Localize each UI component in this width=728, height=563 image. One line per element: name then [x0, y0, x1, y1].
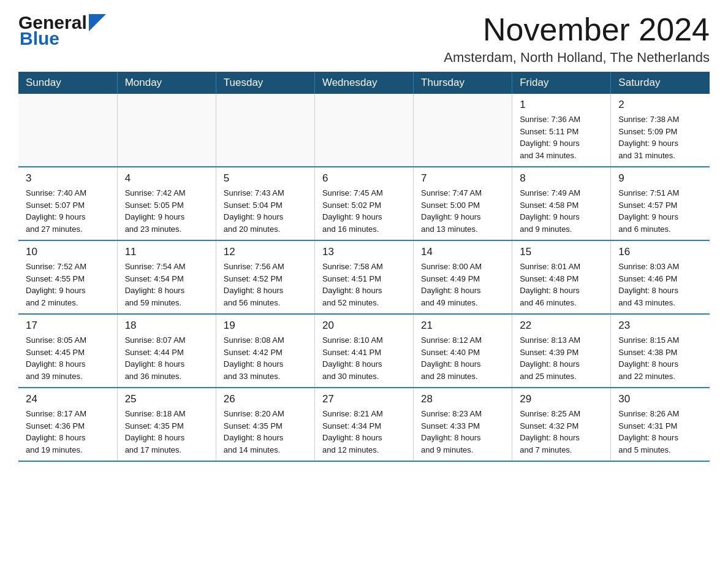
- day-number: 13: [322, 246, 406, 258]
- day-info: Sunrise: 7:43 AM Sunset: 5:04 PM Dayligh…: [224, 187, 307, 235]
- day-info: Sunrise: 7:47 AM Sunset: 5:00 PM Dayligh…: [421, 187, 504, 235]
- day-number: 10: [26, 246, 110, 258]
- day-info: Sunrise: 7:51 AM Sunset: 4:57 PM Dayligh…: [618, 187, 702, 235]
- day-number: 14: [421, 246, 504, 258]
- calendar-cell: 8Sunrise: 7:49 AM Sunset: 4:58 PM Daylig…: [512, 167, 611, 240]
- day-info: Sunrise: 8:21 AM Sunset: 4:34 PM Dayligh…: [322, 408, 406, 456]
- day-info: Sunrise: 8:03 AM Sunset: 4:46 PM Dayligh…: [618, 261, 702, 308]
- weekday-header-saturday: Saturday: [611, 72, 710, 94]
- calendar-week-row: 24Sunrise: 8:17 AM Sunset: 4:36 PM Dayli…: [18, 388, 710, 461]
- calendar-cell: 6Sunrise: 7:45 AM Sunset: 5:02 PM Daylig…: [314, 167, 413, 240]
- day-number: 20: [322, 320, 406, 332]
- calendar-cell: 9Sunrise: 7:51 AM Sunset: 4:57 PM Daylig…: [611, 167, 710, 240]
- day-number: 7: [421, 172, 504, 185]
- calendar-week-row: 10Sunrise: 7:52 AM Sunset: 4:55 PM Dayli…: [18, 240, 710, 314]
- day-info: Sunrise: 8:15 AM Sunset: 4:38 PM Dayligh…: [618, 334, 702, 382]
- day-number: 16: [618, 246, 702, 258]
- weekday-header-row: SundayMondayTuesdayWednesdayThursdayFrid…: [18, 72, 710, 94]
- day-info: Sunrise: 7:54 AM Sunset: 4:54 PM Dayligh…: [125, 261, 208, 308]
- calendar-cell: 25Sunrise: 8:18 AM Sunset: 4:35 PM Dayli…: [117, 388, 216, 461]
- location-title: Amsterdam, North Holland, The Netherland…: [444, 50, 710, 66]
- calendar-cell: [414, 94, 512, 167]
- day-number: 23: [618, 320, 702, 332]
- calendar-cell: 23Sunrise: 8:15 AM Sunset: 4:38 PM Dayli…: [611, 314, 710, 388]
- title-area: November 2024 Amsterdam, North Holland, …: [444, 12, 710, 66]
- day-info: Sunrise: 7:40 AM Sunset: 5:07 PM Dayligh…: [26, 187, 110, 235]
- calendar-cell: 7Sunrise: 7:47 AM Sunset: 5:00 PM Daylig…: [414, 167, 512, 240]
- day-number: 24: [26, 393, 110, 405]
- day-number: 12: [224, 246, 307, 258]
- calendar-cell: [117, 94, 216, 167]
- calendar-cell: 4Sunrise: 7:42 AM Sunset: 5:05 PM Daylig…: [117, 167, 216, 240]
- day-number: 27: [322, 393, 406, 405]
- calendar-cell: 14Sunrise: 8:00 AM Sunset: 4:49 PM Dayli…: [414, 240, 512, 314]
- calendar-table: SundayMondayTuesdayWednesdayThursdayFrid…: [18, 72, 710, 462]
- day-info: Sunrise: 8:23 AM Sunset: 4:33 PM Dayligh…: [421, 408, 504, 456]
- day-number: 6: [322, 172, 406, 185]
- day-info: Sunrise: 7:42 AM Sunset: 5:05 PM Dayligh…: [125, 187, 208, 235]
- day-info: Sunrise: 8:07 AM Sunset: 4:44 PM Dayligh…: [125, 334, 208, 382]
- day-info: Sunrise: 7:58 AM Sunset: 4:51 PM Dayligh…: [322, 261, 406, 308]
- calendar-cell: [314, 94, 413, 167]
- calendar-cell: 10Sunrise: 7:52 AM Sunset: 4:55 PM Dayli…: [18, 240, 117, 314]
- calendar-cell: 13Sunrise: 7:58 AM Sunset: 4:51 PM Dayli…: [314, 240, 413, 314]
- day-info: Sunrise: 8:17 AM Sunset: 4:36 PM Dayligh…: [26, 408, 110, 456]
- calendar-cell: 3Sunrise: 7:40 AM Sunset: 5:07 PM Daylig…: [18, 167, 117, 240]
- day-number: 8: [520, 172, 603, 185]
- calendar-week-row: 1Sunrise: 7:36 AM Sunset: 5:11 PM Daylig…: [18, 94, 710, 167]
- calendar-cell: 11Sunrise: 7:54 AM Sunset: 4:54 PM Dayli…: [117, 240, 216, 314]
- calendar-cell: 22Sunrise: 8:13 AM Sunset: 4:39 PM Dayli…: [512, 314, 611, 388]
- day-info: Sunrise: 8:25 AM Sunset: 4:32 PM Dayligh…: [520, 408, 603, 456]
- calendar-cell: 1Sunrise: 7:36 AM Sunset: 5:11 PM Daylig…: [512, 94, 611, 167]
- day-number: 11: [125, 246, 208, 258]
- day-number: 18: [125, 320, 208, 332]
- calendar-cell: 26Sunrise: 8:20 AM Sunset: 4:35 PM Dayli…: [216, 388, 314, 461]
- calendar-body: 1Sunrise: 7:36 AM Sunset: 5:11 PM Daylig…: [18, 94, 710, 461]
- logo: General Blue: [18, 12, 106, 49]
- day-number: 29: [520, 393, 603, 405]
- day-info: Sunrise: 8:26 AM Sunset: 4:31 PM Dayligh…: [618, 408, 702, 456]
- day-number: 26: [224, 393, 307, 405]
- calendar-cell: 21Sunrise: 8:12 AM Sunset: 4:40 PM Dayli…: [414, 314, 512, 388]
- logo-blue-label: Blue: [20, 28, 106, 49]
- day-info: Sunrise: 8:12 AM Sunset: 4:40 PM Dayligh…: [421, 334, 504, 382]
- day-number: 21: [421, 320, 504, 332]
- day-number: 19: [224, 320, 307, 332]
- weekday-header-wednesday: Wednesday: [314, 72, 413, 94]
- day-number: 30: [618, 393, 702, 405]
- calendar-cell: 2Sunrise: 7:38 AM Sunset: 5:09 PM Daylig…: [611, 94, 710, 167]
- calendar-cell: 30Sunrise: 8:26 AM Sunset: 4:31 PM Dayli…: [611, 388, 710, 461]
- day-number: 5: [224, 172, 307, 185]
- calendar-cell: 18Sunrise: 8:07 AM Sunset: 4:44 PM Dayli…: [117, 314, 216, 388]
- day-number: 2: [618, 99, 702, 111]
- day-info: Sunrise: 8:01 AM Sunset: 4:48 PM Dayligh…: [520, 261, 603, 308]
- calendar-cell: [18, 94, 117, 167]
- day-info: Sunrise: 7:52 AM Sunset: 4:55 PM Dayligh…: [26, 261, 110, 308]
- weekday-header-monday: Monday: [117, 72, 216, 94]
- calendar-cell: 19Sunrise: 8:08 AM Sunset: 4:42 PM Dayli…: [216, 314, 314, 388]
- day-info: Sunrise: 7:45 AM Sunset: 5:02 PM Dayligh…: [322, 187, 406, 235]
- day-info: Sunrise: 7:56 AM Sunset: 4:52 PM Dayligh…: [224, 261, 307, 308]
- calendar-cell: 29Sunrise: 8:25 AM Sunset: 4:32 PM Dayli…: [512, 388, 611, 461]
- calendar-cell: 28Sunrise: 8:23 AM Sunset: 4:33 PM Dayli…: [414, 388, 512, 461]
- day-info: Sunrise: 8:10 AM Sunset: 4:41 PM Dayligh…: [322, 334, 406, 382]
- day-number: 25: [125, 393, 208, 405]
- weekday-header-sunday: Sunday: [18, 72, 117, 94]
- calendar-week-row: 17Sunrise: 8:05 AM Sunset: 4:45 PM Dayli…: [18, 314, 710, 388]
- day-number: 28: [421, 393, 504, 405]
- header: General Blue November 2024 Amsterdam, No…: [18, 12, 710, 66]
- day-info: Sunrise: 8:00 AM Sunset: 4:49 PM Dayligh…: [421, 261, 504, 308]
- day-info: Sunrise: 8:18 AM Sunset: 4:35 PM Dayligh…: [125, 408, 208, 456]
- day-number: 9: [618, 172, 702, 185]
- calendar-cell: 15Sunrise: 8:01 AM Sunset: 4:48 PM Dayli…: [512, 240, 611, 314]
- calendar-cell: 12Sunrise: 7:56 AM Sunset: 4:52 PM Dayli…: [216, 240, 314, 314]
- day-number: 15: [520, 246, 603, 258]
- day-number: 4: [125, 172, 208, 185]
- day-info: Sunrise: 8:13 AM Sunset: 4:39 PM Dayligh…: [520, 334, 603, 382]
- calendar-cell: [216, 94, 314, 167]
- calendar-cell: 27Sunrise: 8:21 AM Sunset: 4:34 PM Dayli…: [314, 388, 413, 461]
- day-number: 17: [26, 320, 110, 332]
- calendar-cell: 17Sunrise: 8:05 AM Sunset: 4:45 PM Dayli…: [18, 314, 117, 388]
- day-info: Sunrise: 8:20 AM Sunset: 4:35 PM Dayligh…: [224, 408, 307, 456]
- calendar-cell: 16Sunrise: 8:03 AM Sunset: 4:46 PM Dayli…: [611, 240, 710, 314]
